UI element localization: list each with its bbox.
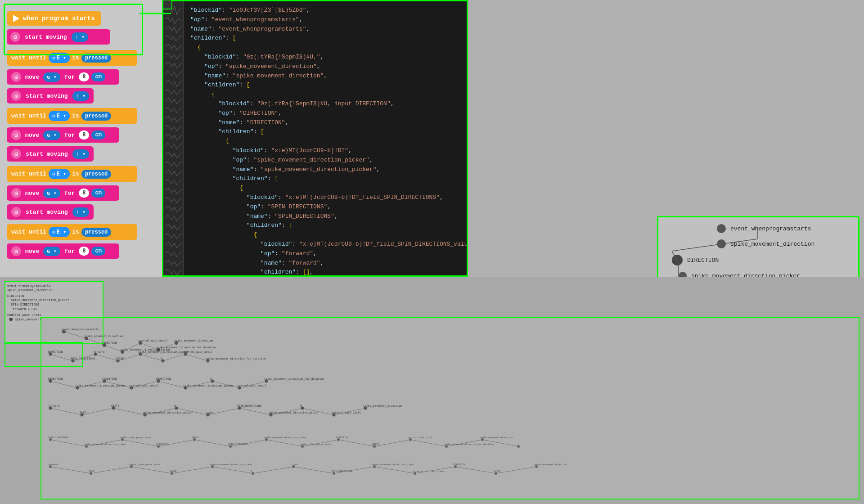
svg-line-160	[496, 467, 536, 473]
svg-text:spike_movement_direction_picke: spike_movement_direction_picker	[84, 443, 126, 446]
svg-text:DIRECTION: DIRECTION	[336, 436, 348, 439]
pressed-dropdown-2[interactable]: pressed	[81, 112, 111, 121]
move-row-2: ⚙ move ↻ ▾ for 8 cm	[7, 127, 155, 143]
pressed-dropdown-1[interactable]: pressed	[81, 54, 111, 63]
sensor-block-2[interactable]: ⚙ E ▾	[49, 111, 70, 121]
wait-until-label-1: wait until	[11, 54, 46, 61]
direction-btn-1[interactable]: ↑ ▾	[72, 32, 89, 42]
sensor-block-1[interactable]: ⚙ E ▾	[49, 53, 70, 63]
wait-until-label-4: wait until	[11, 229, 46, 235]
svg-line-8	[64, 332, 86, 338]
svg-line-154	[253, 467, 293, 473]
rotate-btn-4[interactable]: ↻ ▾	[43, 247, 60, 256]
svg-text:spike_movement_direction_for_d: spike_movement_direction_for_duration	[206, 357, 266, 360]
cm-1[interactable]: cm	[91, 72, 105, 81]
svg-text:control_wait_until: control_wait_until	[183, 350, 212, 354]
svg-text:DIRECTION: DIRECTION	[48, 377, 63, 380]
sensor-icon-2: ⚙	[52, 113, 55, 119]
cm-3[interactable]: cm	[91, 189, 105, 198]
move-block-1[interactable]: ⚙ move ↻ ▾ for 8 cm	[7, 69, 119, 85]
node-circle-direction	[672, 255, 683, 266]
direction-btn-4[interactable]: ↑ ▾	[72, 207, 90, 217]
svg-text:0: 0	[174, 404, 176, 407]
wait-until-block-4[interactable]: wait until ⚙ E ▾ is pressed	[7, 224, 137, 240]
node-group-2: DIRECTION SPIN_DIRECTIONS forward STATE …	[48, 350, 266, 363]
cm-2[interactable]: cm	[91, 130, 105, 140]
svg-line-33	[163, 354, 185, 361]
start-moving-block-3[interactable]: ⚙ start moving ↑ ▾	[7, 146, 94, 162]
svg-text:0: 0	[161, 357, 162, 360]
sensor-block-4[interactable]: ⚙ E ▾	[49, 227, 70, 237]
svg-line-151	[131, 467, 172, 473]
node-circle-spike	[717, 239, 726, 248]
svg-text:spike_movement_direction_picke: spike_movement_direction_picker	[75, 384, 126, 387]
node-group-6: forward FAST spike_joint_press_state STA…	[48, 463, 567, 475]
wait-until-block-1[interactable]: wait until ⚙ E ▾ is pressed	[7, 50, 137, 66]
rotate-btn-2[interactable]: ↻ ▾	[43, 130, 60, 140]
svg-line-113	[194, 440, 230, 446]
svg-text:SPIN_DIRECTIONS: SPIN_DIRECTIONS	[228, 443, 248, 446]
code-gutter	[163, 1, 184, 275]
move-block-4[interactable]: ⚙ move ↻ ▾ for 8 cm	[7, 243, 119, 259]
event-block[interactable]: when program starts	[7, 11, 101, 26]
svg-line-155	[293, 467, 334, 473]
value-8-4[interactable]: 8	[79, 247, 89, 256]
wait-until-block-3[interactable]: wait until ⚙ E ▾ is pressed	[7, 166, 137, 182]
rotate-btn-1[interactable]: ↻ ▾	[43, 72, 60, 82]
svg-text:right: right	[291, 463, 298, 466]
pressed-dropdown-3[interactable]: pressed	[81, 170, 111, 179]
cm-4[interactable]: cm	[91, 247, 105, 256]
minimap-bottom: event_whenprogramstarts spike_movement_d…	[40, 317, 860, 500]
start-moving-label-2: start moving	[26, 93, 68, 99]
svg-text:spike_movement_direction: spike_movement_direction	[363, 404, 402, 408]
motor-icon-2: ⚙	[11, 72, 21, 82]
wait-until-row-3: wait until ⚙ E ▾ is pressed	[7, 166, 155, 182]
rotate-btn-3[interactable]: ↻ ▾	[43, 189, 60, 198]
wait-until-block-2[interactable]: wait until ⚙ E ▾ is pressed	[7, 108, 137, 124]
svg-line-119	[410, 440, 446, 446]
is-label-4: is	[72, 229, 79, 235]
svg-line-118	[374, 440, 410, 446]
svg-text:spike_movement_direction_picke: spike_movement_direction_picker	[269, 411, 319, 414]
start-moving-row-2: ⚙ start moving ↑ ▾	[7, 88, 155, 104]
direction-btn-2[interactable]: ↑ ▾	[72, 91, 90, 101]
svg-line-79	[113, 408, 145, 415]
svg-text:STATE: STATE	[111, 404, 119, 407]
start-moving-block-1[interactable]: ⚙ start moving ↑ ▾	[7, 29, 110, 45]
svg-text:control_wait_until: control_wait_until	[237, 384, 266, 387]
svg-line-153	[212, 467, 253, 473]
e-dropdown-4[interactable]: E ▾	[57, 229, 67, 235]
start-moving-block-2[interactable]: ⚙ start moving ↑ ▾	[7, 88, 94, 104]
e-dropdown-3[interactable]: E ▾	[57, 171, 67, 177]
start-moving-block-4[interactable]: ⚙ start moving ↑ ▾	[7, 204, 94, 220]
svg-text:DIRECTION: DIRECTION	[156, 443, 168, 446]
value-8-3[interactable]: 8	[79, 189, 89, 198]
svg-text:spike_movement_direction_picke: spike_movement_direction_picker	[264, 436, 306, 439]
e-dropdown-1[interactable]: E ▾	[57, 54, 67, 61]
svg-text:forward: forward	[48, 404, 60, 407]
svg-line-83	[239, 408, 271, 415]
sensor-block-3[interactable]: ⚙ E ▾	[49, 169, 70, 179]
node-group-5: SPIN_DIRECTIONS spike_movement_direction…	[48, 436, 520, 448]
svg-line-30	[95, 354, 118, 361]
e-dropdown-2[interactable]: E ▾	[57, 112, 67, 119]
wait-until-row-4: wait until ⚙ E ▾ is pressed	[7, 224, 155, 240]
pressed-dropdown-4[interactable]: pressed	[81, 228, 111, 237]
minimap-area[interactable]: event_whenprogramstarts spike_movement_d…	[0, 277, 864, 504]
svg-line-51	[50, 381, 77, 388]
move-block-3[interactable]: ⚙ move ↻ ▾ for 8 cm	[7, 185, 119, 201]
for-label-1: for	[64, 74, 75, 81]
move-label-2: move	[25, 132, 39, 139]
value-8-1[interactable]: 8	[79, 72, 89, 81]
code-content[interactable]: "blockid": "io9Jcf3?[Z3`[$L)5Zbd", "op":…	[184, 1, 467, 275]
svg-text:FAST: FAST	[80, 411, 86, 414]
move-block-2[interactable]: ⚙ move ↻ ▾ for 8 cm	[7, 127, 119, 143]
start-moving-label-3: start moving	[26, 151, 68, 158]
svg-text:CONDITION: CONDITION	[102, 377, 117, 380]
value-8-2[interactable]: 8	[79, 130, 89, 140]
direction-btn-3[interactable]: ↑ ▾	[72, 149, 90, 159]
for-label-2: for	[64, 132, 75, 139]
play-icon	[13, 15, 19, 22]
svg-text:spike_movement_direction_for_d: spike_movement_direction_for_duration	[444, 443, 494, 446]
svg-text:spike_movement_direction_picke: spike_movement_direction_picker	[210, 463, 252, 466]
